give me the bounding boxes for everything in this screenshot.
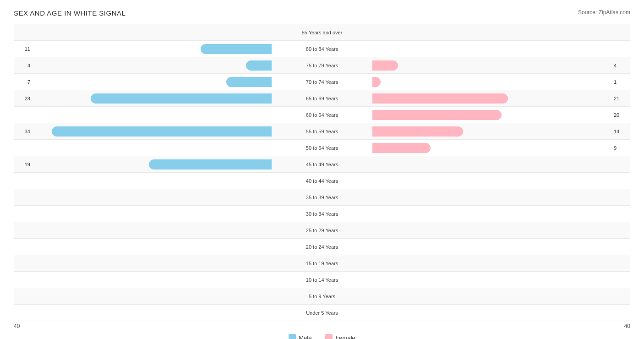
table-row: 50 to 54 Years9 bbox=[14, 140, 630, 156]
male-bar-area bbox=[32, 123, 272, 139]
female-bar-area bbox=[372, 272, 612, 288]
table-row: 1180 to 84 Years bbox=[14, 41, 630, 57]
male-bar-area bbox=[32, 239, 272, 255]
chart-title: SEX AND AGE IN WHITE SIGNAL bbox=[14, 9, 126, 17]
male-bar-area bbox=[32, 173, 272, 189]
table-row: 5 to 9 Years bbox=[14, 288, 630, 305]
female-bar-area bbox=[372, 305, 612, 321]
male-value: 28 bbox=[14, 96, 32, 101]
age-label: 5 to 9 Years bbox=[272, 294, 372, 299]
male-bar bbox=[201, 44, 272, 54]
female-bar-area bbox=[372, 255, 612, 271]
male-bar-area bbox=[32, 57, 272, 73]
female-bar bbox=[372, 143, 431, 153]
age-label: 45 to 49 Years bbox=[272, 162, 372, 167]
male-bar-area bbox=[32, 222, 272, 238]
male-bar-area bbox=[32, 90, 272, 106]
legend-female-box bbox=[325, 334, 333, 339]
male-bar-area bbox=[32, 206, 272, 222]
table-row: 770 to 74 Years1 bbox=[14, 74, 630, 90]
female-bar bbox=[372, 77, 381, 87]
age-label: 60 to 64 Years bbox=[272, 112, 372, 118]
female-bar-area bbox=[372, 41, 612, 57]
female-bar-area bbox=[372, 189, 612, 205]
legend-male-label: Male bbox=[299, 334, 311, 339]
male-value: 11 bbox=[14, 46, 32, 52]
male-bar-area bbox=[32, 305, 272, 321]
table-row: 60 to 64 Years20 bbox=[14, 107, 630, 123]
age-label: Under 5 Years bbox=[272, 310, 372, 316]
female-bar-area bbox=[372, 140, 612, 156]
age-label: 15 to 19 Years bbox=[272, 261, 372, 266]
female-bar bbox=[372, 93, 508, 104]
female-bar-area bbox=[372, 74, 612, 90]
female-value: 14 bbox=[612, 129, 630, 134]
table-row: 20 to 24 Years bbox=[14, 239, 630, 255]
table-row: 40 to 44 Years bbox=[14, 173, 630, 189]
male-bar bbox=[246, 60, 272, 71]
female-bar-area bbox=[372, 107, 612, 123]
table-row: 30 to 34 Years bbox=[14, 206, 630, 222]
female-bar-area bbox=[372, 90, 612, 106]
chart-source: Source: ZipAtlas.com bbox=[578, 9, 630, 16]
age-label: 80 to 84 Years bbox=[272, 46, 372, 52]
age-label: 25 to 29 Years bbox=[272, 228, 372, 233]
female-bar-area bbox=[372, 173, 612, 189]
table-row: 1945 to 49 Years bbox=[14, 156, 630, 173]
table-row: 10 to 14 Years bbox=[14, 272, 630, 288]
female-bar-area bbox=[372, 206, 612, 222]
table-row: 25 to 29 Years bbox=[14, 222, 630, 239]
legend-male-box bbox=[289, 334, 296, 339]
table-row: 35 to 39 Years bbox=[14, 189, 630, 206]
male-bar-area bbox=[32, 107, 272, 123]
chart-area: 85 Years and over1180 to 84 Years475 to … bbox=[14, 24, 630, 321]
female-value: 20 bbox=[612, 112, 630, 118]
table-row: 3455 to 59 Years14 bbox=[14, 123, 630, 140]
chart-header: SEX AND AGE IN WHITE SIGNAL Source: ZipA… bbox=[14, 9, 630, 17]
female-value: 9 bbox=[612, 145, 630, 151]
male-bar-area bbox=[32, 156, 272, 172]
male-value: 34 bbox=[14, 129, 32, 134]
axis-right-label: 40 bbox=[624, 323, 630, 329]
legend: Male Female bbox=[14, 334, 630, 339]
table-row: 2865 to 69 Years21 bbox=[14, 90, 630, 107]
age-label: 35 to 39 Years bbox=[272, 195, 372, 200]
male-bar-area bbox=[32, 255, 272, 271]
male-bar-area bbox=[32, 74, 272, 90]
female-bar-area bbox=[372, 24, 612, 40]
female-value: 21 bbox=[612, 96, 630, 101]
male-bar bbox=[91, 93, 272, 104]
male-value: 19 bbox=[14, 162, 32, 167]
female-bar-area bbox=[372, 57, 612, 73]
male-bar bbox=[226, 77, 272, 87]
chart-container: SEX AND AGE IN WHITE SIGNAL Source: ZipA… bbox=[0, 0, 644, 339]
male-value: 4 bbox=[14, 63, 32, 68]
age-label: 75 to 79 Years bbox=[272, 63, 372, 68]
table-row: 15 to 19 Years bbox=[14, 255, 630, 272]
male-bar-area bbox=[32, 140, 272, 156]
age-label: 20 to 24 Years bbox=[272, 244, 372, 250]
male-bar-area bbox=[32, 288, 272, 304]
age-label: 55 to 59 Years bbox=[272, 129, 372, 134]
table-row: Under 5 Years bbox=[14, 305, 630, 321]
female-bar-area bbox=[372, 239, 612, 255]
age-label: 40 to 44 Years bbox=[272, 178, 372, 184]
female-bar bbox=[372, 110, 502, 120]
table-row: 85 Years and over bbox=[14, 24, 630, 41]
male-bar-area bbox=[32, 272, 272, 288]
legend-female: Female bbox=[325, 334, 355, 339]
age-label: 70 to 74 Years bbox=[272, 79, 372, 85]
female-bar-area bbox=[372, 156, 612, 172]
male-bar-area bbox=[32, 189, 272, 205]
legend-female-label: Female bbox=[335, 334, 355, 339]
table-row: 475 to 79 Years4 bbox=[14, 57, 630, 74]
male-bar bbox=[149, 159, 272, 170]
female-bar-area bbox=[372, 123, 612, 139]
age-label: 30 to 34 Years bbox=[272, 211, 372, 217]
female-bar bbox=[372, 126, 463, 137]
age-label: 65 to 69 Years bbox=[272, 96, 372, 101]
female-value: 4 bbox=[612, 63, 630, 68]
female-bar-area bbox=[372, 288, 612, 304]
legend-male: Male bbox=[289, 334, 311, 339]
female-bar bbox=[372, 60, 398, 71]
